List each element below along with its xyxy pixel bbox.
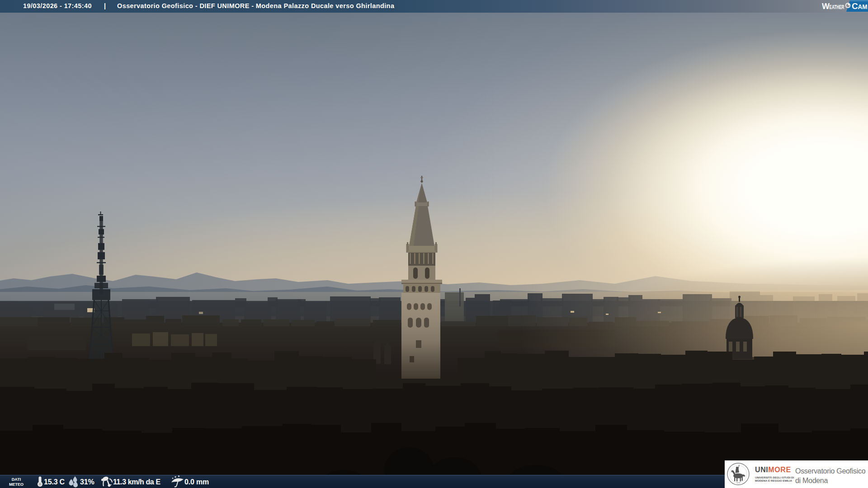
svg-text:AM: AM xyxy=(858,3,868,10)
svg-text:1175: 1175 xyxy=(736,482,741,484)
svg-text:EATHER: EATHER xyxy=(830,4,844,10)
svg-text:W: W xyxy=(822,2,830,11)
svg-text:C: C xyxy=(852,1,858,11)
